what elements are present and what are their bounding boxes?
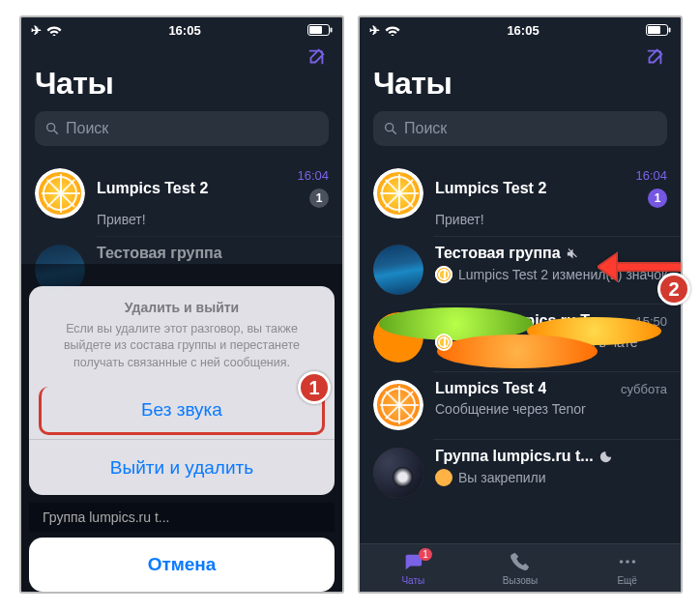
chat-row[interactable]: Lumpics Test 2 16:04 1 Привет! xyxy=(21,160,342,236)
svg-point-9 xyxy=(626,560,629,564)
sender-avatar-icon xyxy=(435,266,452,283)
cancel-button[interactable]: Отмена xyxy=(29,538,335,592)
sheet-title: Удалить и выйти xyxy=(46,300,317,315)
snooze-icon xyxy=(598,450,613,464)
tab-label: Ещё xyxy=(617,575,636,586)
phone-icon xyxy=(509,551,532,572)
avatar xyxy=(373,312,423,363)
compose-icon xyxy=(306,46,327,68)
step-badge-2: 2 xyxy=(657,273,690,306)
sender-avatar-icon xyxy=(435,469,452,486)
compose-icon xyxy=(644,46,665,68)
step-badge-1: 1 xyxy=(298,371,331,404)
chat-title: Lumpics Test 2 xyxy=(97,180,208,197)
chat-subtitle: Привет! xyxy=(435,212,667,227)
mute-button[interactable]: Без звука xyxy=(39,387,325,435)
chat-row[interactable]: Группа lumpics.ru t... Вы закрепили xyxy=(360,439,681,507)
chat-subtitle: Вы закрепили xyxy=(458,470,546,485)
search-icon xyxy=(44,121,60,136)
wifi-icon xyxy=(385,24,400,36)
chat-time: 16:04 xyxy=(635,168,667,183)
app-header: Чаты Поиск xyxy=(360,39,681,154)
compose-button[interactable] xyxy=(642,44,667,70)
chat-title: Группа lumpics.ru t... xyxy=(435,448,613,465)
chat-title: Lumpics Test 4 xyxy=(435,380,546,397)
sender-avatar-icon xyxy=(435,334,452,351)
search-placeholder: Поиск xyxy=(66,120,108,137)
clock: 16:05 xyxy=(168,23,200,38)
muted-icon xyxy=(566,247,580,261)
tab-more[interactable]: Ещё xyxy=(573,544,681,592)
chat-title: Lumpics Test 2 xyxy=(435,180,546,197)
airplane-icon: ✈︎ xyxy=(369,23,380,38)
chat-row[interactable]: Lumpics Test 4 суббота Сообщение через T… xyxy=(360,371,681,439)
chat-row[interactable]: Lumpics Test 2 16:04 1 Привет! xyxy=(360,160,681,236)
chat-time: 16:04 xyxy=(297,168,329,183)
tab-bar: 1 Чаты Вызовы Ещё xyxy=(360,543,681,592)
chat-title: Тестовая группа xyxy=(435,245,580,262)
tab-chats[interactable]: 1 Чаты xyxy=(360,544,467,592)
search-input[interactable]: Поиск xyxy=(373,111,667,146)
sheet-message: Если вы удалите этот разговор, вы также … xyxy=(46,321,317,372)
action-sheet: Удалить и выйти Если вы удалите этот раз… xyxy=(21,286,342,593)
page-title: Чаты xyxy=(373,66,667,102)
svg-point-3 xyxy=(47,124,55,131)
tab-badge: 1 xyxy=(419,548,432,561)
svg-rect-5 xyxy=(648,26,660,34)
unread-badge: 1 xyxy=(309,189,329,208)
clock: 16:05 xyxy=(507,23,539,38)
svg-point-10 xyxy=(631,560,635,564)
more-icon xyxy=(616,551,639,572)
svg-rect-2 xyxy=(331,28,333,33)
avatar xyxy=(373,245,423,295)
svg-rect-6 xyxy=(669,28,671,33)
unread-badge: 1 xyxy=(648,189,667,208)
app-header: Чаты Поиск xyxy=(21,39,342,154)
chat-list: Lumpics Test 2 16:04 1 Привет! Тестовая … xyxy=(360,160,681,507)
tab-label: Вызовы xyxy=(503,575,538,586)
chat-subtitle: Сообщение через Tenor xyxy=(435,401,667,417)
chat-subtitle: Привет! xyxy=(97,212,329,227)
avatar xyxy=(373,448,423,498)
battery-icon xyxy=(307,24,333,36)
status-bar: ✈︎ 16:05 xyxy=(21,17,342,39)
search-icon xyxy=(383,121,398,136)
tab-label: Чаты xyxy=(401,575,424,586)
chat-time: суббота xyxy=(621,382,667,396)
compose-button[interactable] xyxy=(304,44,329,70)
svg-rect-1 xyxy=(309,26,322,34)
status-bar: ✈︎ 16:05 xyxy=(360,17,681,39)
page-title: Чаты xyxy=(35,66,329,102)
search-input[interactable]: Поиск xyxy=(35,111,329,146)
tab-calls[interactable]: Вызовы xyxy=(467,544,574,592)
airplane-icon: ✈︎ xyxy=(31,23,42,38)
avatar xyxy=(373,168,423,218)
svg-point-7 xyxy=(386,124,394,131)
avatar xyxy=(373,380,423,430)
avatar xyxy=(35,168,85,218)
svg-point-8 xyxy=(619,560,623,564)
wifi-icon xyxy=(46,24,62,36)
search-placeholder: Поиск xyxy=(404,120,447,137)
dim-peek: Группа lumpics.ru t... xyxy=(29,503,335,532)
battery-icon xyxy=(646,24,671,36)
chat-title: Тестовая группа xyxy=(97,245,222,262)
chat-row[interactable]: Группа Lumpics.ru T... 15:50 Lumpics Tes… xyxy=(360,304,681,371)
leave-delete-button[interactable]: Выйти и удалить xyxy=(29,439,335,495)
